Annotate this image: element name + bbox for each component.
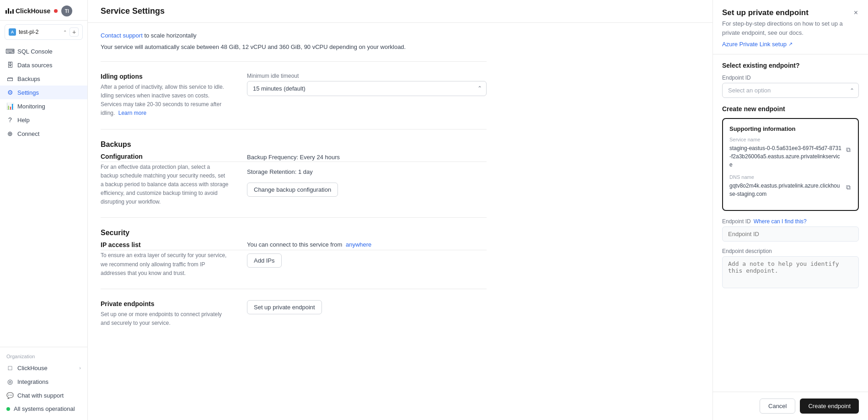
page-title: Service Settings: [101, 6, 700, 16]
ip-access-title: IP access list: [101, 241, 229, 248]
database-icon: 🗄: [6, 61, 14, 69]
endpoint-desc-section: Endpoint description: [722, 248, 859, 290]
idling-options-section: Idling options After a period of inactiv…: [101, 62, 487, 129]
service-name: test-pl-2: [19, 29, 60, 35]
logo-bar-2: [8, 8, 9, 14]
add-service-button[interactable]: +: [70, 27, 79, 37]
status-label: All systems operational: [14, 405, 75, 412]
logo: ClickHouse: [5, 7, 50, 15]
sidebar-item-monitoring[interactable]: 📊 Monitoring: [0, 99, 87, 113]
chart-icon: 📊: [6, 102, 14, 110]
dns-name-field: DNS name gqtv8o2m4k.eastus.privatelink.a…: [729, 174, 852, 198]
chat-support-item[interactable]: 💬 Chat with support: [0, 388, 87, 402]
scale-info-section: Contact support to scale horizontally Yo…: [101, 23, 487, 62]
sidebar-item-connect[interactable]: ⊕ Connect: [0, 127, 87, 140]
logo-bar-3: [10, 11, 11, 14]
add-ips-button[interactable]: Add IPs: [247, 253, 282, 268]
dns-name-value: gqtv8o2m4k.eastus.privatelink.azure.clic…: [729, 182, 841, 198]
nav-label-monitoring: Monitoring: [17, 103, 45, 110]
idle-timeout-select[interactable]: 15 minutes (default) 30 minutes 1 hour N…: [247, 81, 487, 96]
idling-control-col: Minimum idle timeout 15 minutes (default…: [247, 73, 487, 96]
endpoint-id-input-label-row: Endpoint ID Where can I find this?: [722, 218, 859, 225]
backup-config-label-col: Configuration For an effective data prot…: [101, 153, 229, 207]
chevron-down-icon: ⌃: [63, 30, 67, 35]
sidebar-header: ClickHouse TI: [0, 0, 87, 21]
sidebar-item-settings[interactable]: ⚙ Settings: [0, 86, 87, 99]
endpoint-id-select-wrapper: Select an option ⌃: [722, 83, 859, 98]
supporting-info-box: Supporting information Service name stag…: [722, 118, 859, 211]
cancel-button[interactable]: Cancel: [760, 398, 795, 414]
azure-link-label: Azure Private Link setup: [722, 41, 787, 48]
dns-name-copy-row: gqtv8o2m4k.eastus.privatelink.azure.clic…: [729, 182, 852, 198]
learn-more-link[interactable]: Learn more: [118, 110, 146, 116]
help-icon: ?: [6, 116, 14, 124]
idle-timeout-label: Minimum idle timeout: [247, 73, 487, 79]
backup-config-title: Configuration: [101, 153, 229, 160]
azure-link[interactable]: Azure Private Link setup ↗: [722, 41, 853, 48]
endpoint-desc-label: Endpoint description: [722, 248, 859, 254]
status-indicator: [6, 407, 10, 411]
integrations-icon: ◎: [6, 378, 14, 385]
panel-title: Set up private endpoint: [722, 8, 853, 17]
where-find-link[interactable]: Where can I find this?: [754, 218, 807, 225]
copy-service-name-button[interactable]: ⧉: [845, 145, 852, 155]
avatar: TI: [61, 5, 72, 16]
service-selector[interactable]: A test-pl-2 ⌃ +: [5, 24, 83, 40]
service-icon: A: [9, 28, 16, 36]
sidebar-item-data-sources[interactable]: 🗄 Data sources: [0, 58, 87, 72]
org-item[interactable]: □ ClickHouse ›: [0, 361, 87, 375]
backup-config-control-col: Backup Frequency: Every 24 hours Storage…: [247, 153, 487, 197]
endpoint-id-label-select: Endpoint ID: [722, 75, 859, 81]
private-endpoints-row: Private endpoints Set up one or more end…: [101, 289, 487, 339]
integrations-label: Integrations: [17, 378, 48, 385]
endpoint-id-select[interactable]: Select an option: [722, 83, 859, 98]
endpoint-id-input[interactable]: [722, 226, 859, 242]
idle-timeout-select-wrapper: 15 minutes (default) 30 minutes 1 hour N…: [247, 81, 487, 96]
org-icon: □: [6, 364, 14, 372]
panel-header-content: Set up private endpoint For step-by-step…: [722, 8, 853, 48]
nav-label-data-sources: Data sources: [17, 62, 53, 69]
private-endpoints-control-col: Set up private endpoint: [247, 300, 487, 314]
supporting-info-title: Supporting information: [729, 125, 852, 132]
logo-bar-1: [5, 10, 7, 14]
panel-header: Set up private endpoint For step-by-step…: [713, 0, 868, 54]
nav-label-backups: Backups: [17, 75, 40, 82]
ip-access-label-col: IP access list To ensure an extra layer …: [101, 241, 229, 278]
backup-config-desc: For an effective data protection plan, s…: [101, 163, 229, 207]
copy-dns-name-button[interactable]: ⧉: [845, 183, 852, 192]
integrations-item[interactable]: ◎ Integrations: [0, 375, 87, 388]
nav-label-settings: Settings: [17, 89, 39, 96]
sidebar-item-sql-console[interactable]: ⌨ SQL Console: [0, 44, 87, 58]
create-new-title: Create new endpoint: [722, 105, 859, 113]
change-backup-config-button[interactable]: Change backup configuration: [247, 183, 338, 197]
content-area: Contact support to scale horizontally Yo…: [88, 23, 499, 357]
close-panel-button[interactable]: ×: [853, 8, 859, 17]
panel-footer: Cancel Create endpoint: [713, 392, 868, 420]
archive-icon: 🗃: [6, 75, 14, 82]
page-header: Service Settings: [88, 0, 713, 23]
sidebar-item-backups[interactable]: 🗃 Backups: [0, 72, 87, 86]
panel-body: Select existing endpoint? Endpoint ID Se…: [713, 54, 868, 392]
private-endpoints-title: Private endpoints: [101, 300, 229, 307]
chat-label: Chat with support: [17, 392, 64, 399]
service-name-copy-row: staging-eastus-0-0.5a631ee3-697f-45d7-87…: [729, 144, 852, 169]
anywhere-link[interactable]: anywhere: [346, 241, 371, 248]
org-label: Organization: [0, 352, 87, 361]
endpoint-id-input-label: Endpoint ID: [722, 218, 751, 225]
private-endpoints-label-col: Private endpoints Set up one or more end…: [101, 300, 229, 328]
logo-bars: [5, 8, 14, 14]
idling-section-title: Idling options: [101, 73, 229, 80]
endpoint-desc-textarea[interactable]: [722, 256, 859, 288]
nav-label-sql-console: SQL Console: [17, 48, 53, 55]
setup-private-endpoint-button[interactable]: Set up private endpoint: [247, 300, 322, 314]
create-endpoint-button[interactable]: Create endpoint: [800, 398, 859, 414]
contact-support-link[interactable]: Contact support: [101, 32, 143, 39]
ip-access-row: IP access list To ensure an extra layer …: [101, 241, 487, 289]
nav-section: ⌨ SQL Console 🗄 Data sources 🗃 Backups ⚙…: [0, 42, 87, 347]
ip-access-control-col: You can connect to this service from any…: [247, 241, 487, 268]
chat-icon: 💬: [6, 392, 14, 399]
storage-retention: Storage Retention: 1 day: [247, 167, 487, 177]
sidebar-item-help[interactable]: ? Help: [0, 113, 87, 127]
org-name: ClickHouse: [17, 365, 48, 372]
status-item: All systems operational: [0, 402, 87, 415]
